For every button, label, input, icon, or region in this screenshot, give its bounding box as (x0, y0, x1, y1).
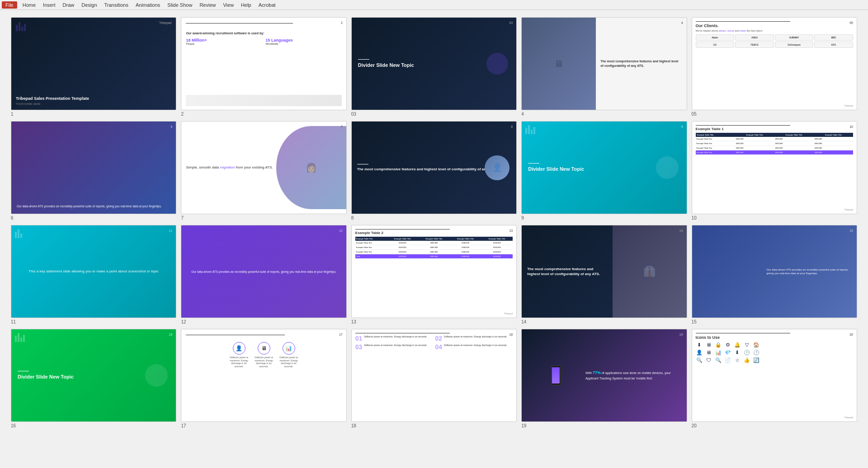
slide-1[interactable]: Tribepad Tribepad Sales Presentation Tem… (11, 17, 176, 110)
slide-17-num: 17 (339, 333, 343, 336)
slide-1-subtitle: YOUR NAME HERE (16, 103, 89, 105)
slide-7-num: 7 (341, 125, 343, 128)
slide-wrapper-17: 17 👤 Deflector power at maximum. Energy … (181, 329, 346, 428)
slide-11-text: This a key statement slide allowing you … (28, 269, 159, 274)
draw-menu[interactable]: Draw (59, 1, 78, 9)
slide-19[interactable]: With 77% of applications now done on mob… (521, 329, 687, 422)
slide-5-num: 05 (849, 21, 853, 24)
slide-14[interactable]: The most comprehensive features and high… (521, 225, 687, 318)
slide-1-content: Tribepad Sales Presentation Template YOU… (16, 96, 89, 105)
slide-number-8: 8 (351, 215, 517, 220)
slide-5-heading: Our Clients. (696, 23, 853, 28)
slide-18-num: 18 (509, 333, 513, 336)
slide-12[interactable]: Our data-driven ATS provides an incredib… (181, 225, 346, 318)
slide-1-deco (16, 22, 26, 31)
slide-16[interactable]: 16 Divider Slide New Topic (11, 329, 176, 422)
slide-number-14: 14 (521, 319, 687, 324)
home-menu[interactable]: Home (19, 1, 39, 9)
slide-13-heading: Example Table 2 (355, 231, 513, 235)
slide-9-num: 9 (681, 125, 683, 128)
slide-number-3: 03 (351, 112, 517, 117)
design-menu[interactable]: Design (78, 1, 100, 9)
slide-5-tagline: We've helped clients attract, recruit an… (696, 29, 853, 32)
slide-11-num: 11 (169, 229, 173, 232)
slide-number-19: 19 (521, 423, 687, 428)
slide-number-17: 17 (181, 423, 346, 428)
file-menu[interactable]: File (2, 1, 17, 9)
slide-3-title: Divider Slide New Topic (358, 62, 414, 68)
slide-number-11: 11 (11, 319, 176, 324)
slide-wrapper-14: The most comprehensive features and high… (521, 225, 687, 324)
slide-8-num: 8 (511, 125, 513, 128)
acrobat-menu[interactable]: Acrobat (255, 1, 279, 9)
slide-16-num: 16 (169, 333, 173, 336)
slide-wrapper-6: Our data-driven ATS provides an incredib… (11, 121, 176, 220)
slide-wrapper-3: 03 Divider Slide New Topic 03 (351, 17, 517, 117)
slide-18[interactable]: 18 01 Deflector power at maximum. Energy… (351, 329, 517, 422)
slide-15[interactable]: Our data-driven ATS provides an incredib… (692, 225, 857, 318)
slide-wrapper-19: With 77% of applications now done on mob… (521, 329, 687, 428)
slide-number-16: 16 (11, 423, 176, 428)
slide-9-title: Divider Slide New Topic (528, 166, 584, 172)
review-menu[interactable]: Review (196, 1, 219, 9)
slide-wrapper-11: This a key statement slide allowing you … (11, 225, 176, 324)
slideshow-menu[interactable]: Slide Show (164, 1, 196, 9)
slide-wrapper-16: 16 Divider Slide New Topic 16 (11, 329, 176, 428)
slide-3[interactable]: 03 Divider Slide New Topic (351, 17, 517, 110)
slide-4[interactable]: 🖥 The most comprehensive features and hi… (521, 17, 687, 110)
slide-6[interactable]: Our data-driven ATS provides an incredib… (11, 121, 176, 214)
slide-7[interactable]: Simple, smooth data migration from your … (181, 121, 346, 214)
slide-16-title: Divider Slide New Topic (18, 374, 74, 380)
slide-1-title: Tribepad Sales Presentation Template (16, 96, 89, 102)
slide-2[interactable]: 2 Our award-winning recruitment software… (181, 17, 346, 110)
slide-2-num: 2 (341, 21, 343, 24)
slide-number-20: 20 (692, 423, 857, 428)
slide-number-7: 7 (181, 215, 346, 220)
slide-11[interactable]: This a key statement slide allowing you … (11, 225, 176, 318)
slide-5[interactable]: 05 Our Clients. We've helped clients att… (692, 17, 857, 110)
animations-menu[interactable]: Animations (132, 1, 164, 9)
insert-menu[interactable]: Insert (39, 1, 59, 9)
transitions-menu[interactable]: Transitions (101, 1, 132, 9)
slide-8[interactable]: The most comprehensive features and high… (351, 121, 517, 214)
view-menu[interactable]: View (219, 1, 237, 9)
slide-14-num: 14 (679, 229, 683, 232)
slide-15-text: Our data-driven ATS provides an incredib… (767, 268, 852, 276)
slide-20[interactable]: 20 Icons to Use ⬇ 🖥 🔒 ⚙ 🔔 ▽ 🏠 👤 🖥 (692, 329, 857, 422)
slide-grid: Tribepad Tribepad Sales Presentation Tem… (11, 17, 857, 428)
slide-17[interactable]: 17 👤 Deflector power at maximum. Energy … (181, 329, 346, 422)
slide-wrapper-20: 20 Icons to Use ⬇ 🖥 🔒 ⚙ 🔔 ▽ 🏠 👤 🖥 (692, 329, 857, 428)
slide-number-9: 9 (521, 215, 687, 220)
slide-14-text: The most comprehensive features and high… (527, 267, 607, 276)
slide-7-text: Simple, smooth data migration from your … (186, 165, 276, 170)
slide-10-heading: Example Table 1 (696, 127, 853, 131)
slide-wrapper-1: Tribepad Tribepad Sales Presentation Tem… (11, 17, 176, 117)
main-area: Tribepad Tribepad Sales Presentation Tem… (0, 10, 868, 468)
slide-10-num: 10 (849, 125, 853, 128)
slide-wrapper-15: Our data-driven ATS provides an incredib… (692, 225, 857, 324)
slide-3-num: 03 (509, 21, 513, 24)
help-menu[interactable]: Help (237, 1, 255, 9)
slide-wrapper-4: 🖥 The most comprehensive features and hi… (521, 17, 687, 117)
slide-number-13: 13 (351, 319, 517, 324)
slide-1-logo: Tribepad (159, 21, 171, 24)
slide-number-6: 6 (11, 215, 176, 220)
slide-number-12: 12 (181, 319, 346, 324)
slide-9[interactable]: 9 Divider Slide New Topic (521, 121, 687, 214)
slide-number-5: 05 (692, 112, 857, 117)
slide-2-stat1: 18 Million+ People (186, 38, 262, 45)
slide-wrapper-2: 2 Our award-winning recruitment software… (181, 17, 346, 117)
slide-13[interactable]: 13 Example Table 2 Example Table Title E… (351, 225, 517, 318)
slide-4-text: The most comprehensive features and high… (596, 18, 686, 110)
slide-20-num: 20 (849, 333, 853, 336)
slide-wrapper-10: 10 Example Table 1 Example Table Title E… (692, 121, 857, 220)
slide-wrapper-5: 05 Our Clients. We've helped clients att… (692, 17, 857, 117)
menu-bar: File Home Insert Draw Design Transitions… (0, 0, 868, 10)
slide-20-heading: Icons to Use (696, 335, 853, 340)
slide-wrapper-9: 9 Divider Slide New Topic 9 (521, 121, 687, 220)
slide-wrapper-18: 18 01 Deflector power at maximum. Energy… (351, 329, 517, 428)
slide-2-heading: Our award-winning recruitment software i… (186, 31, 341, 35)
slide-6-text: Our data-driven ATS provides an incredib… (17, 204, 170, 208)
slide-10[interactable]: 10 Example Table 1 Example Table Title E… (692, 121, 857, 214)
slide-12-num: 12 (339, 229, 343, 232)
